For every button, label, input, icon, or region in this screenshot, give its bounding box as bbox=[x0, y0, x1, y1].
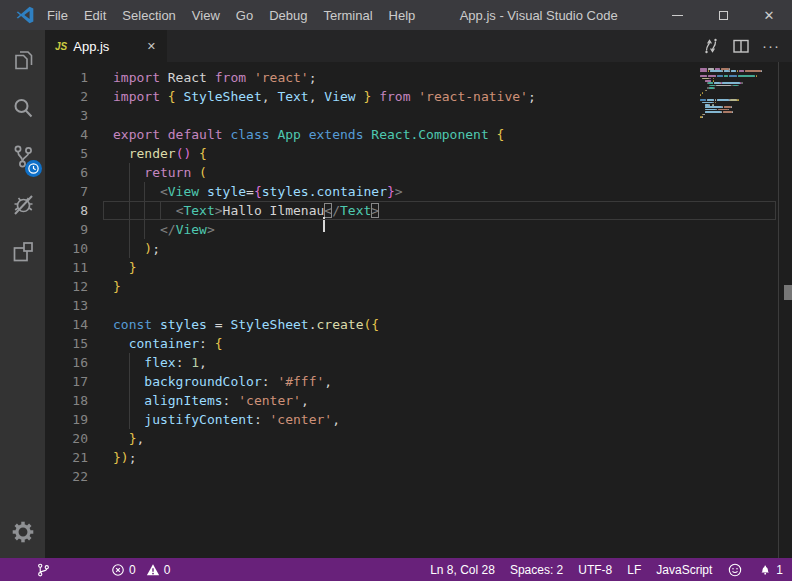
menu-item-view[interactable]: View bbox=[184, 0, 228, 30]
status-bar: 0 0 Ln 8, Col 28 Spaces: 2 UTF-8 LF Java… bbox=[0, 558, 792, 581]
eol-sequence[interactable]: LF bbox=[627, 563, 641, 577]
maximize-icon bbox=[719, 11, 728, 20]
indent-guide bbox=[129, 353, 130, 372]
menu-item-edit[interactable]: Edit bbox=[76, 0, 114, 30]
line-number: 7 bbox=[45, 182, 88, 201]
code-line[interactable]: 7 <View style={styles.container}> bbox=[45, 182, 792, 201]
code-line[interactable]: 2import { StyleSheet, Text, View } from … bbox=[45, 87, 792, 106]
code-line[interactable]: 4export default class App extends React.… bbox=[45, 125, 792, 144]
code-area[interactable]: 1import React from 'react';2import { Sty… bbox=[45, 62, 792, 558]
code-line[interactable]: 18 alignItems: 'center', bbox=[45, 391, 792, 410]
git-branch-item[interactable] bbox=[36, 562, 51, 578]
indentation[interactable]: Spaces: 2 bbox=[510, 563, 563, 577]
indent-guide bbox=[129, 372, 130, 391]
menu-item-terminal[interactable]: Terminal bbox=[315, 0, 380, 30]
indent-guide bbox=[160, 201, 161, 220]
indent-guide bbox=[144, 201, 145, 220]
activity-bar bbox=[0, 30, 45, 558]
line-number: 15 bbox=[45, 334, 88, 353]
code-line[interactable]: 9 </View> bbox=[45, 220, 792, 239]
cursor-position[interactable]: Ln 8, Col 28 bbox=[430, 563, 495, 577]
code-line[interactable]: 5 render() { bbox=[45, 144, 792, 163]
code-line[interactable]: 15 container: { bbox=[45, 334, 792, 353]
settings-gear-icon[interactable] bbox=[0, 506, 45, 558]
editor-column: JS App.js ✕ bbox=[45, 30, 792, 558]
code-line[interactable]: 11 } bbox=[45, 258, 792, 277]
code-line[interactable]: 22 bbox=[45, 467, 792, 486]
menu-item-selection[interactable]: Selection bbox=[114, 0, 183, 30]
vscode-logo-icon[interactable] bbox=[13, 4, 37, 26]
overview-ruler-marker bbox=[784, 285, 792, 300]
minimap[interactable] bbox=[700, 68, 778, 138]
line-number: 18 bbox=[45, 391, 88, 410]
window-controls: ✕ bbox=[654, 0, 792, 30]
bell-icon bbox=[758, 562, 772, 577]
editor-actions: ··· bbox=[700, 30, 792, 62]
source-control-icon[interactable] bbox=[0, 132, 45, 180]
code-line[interactable]: 21}); bbox=[45, 448, 792, 467]
close-button[interactable]: ✕ bbox=[746, 0, 792, 30]
code-line[interactable]: 14const styles = StyleSheet.create({ bbox=[45, 315, 792, 334]
tab-bar: JS App.js ✕ bbox=[45, 30, 792, 62]
code-line[interactable]: 1import React from 'react'; bbox=[45, 68, 792, 87]
code-line[interactable]: 3 bbox=[45, 106, 792, 125]
maximize-button[interactable] bbox=[700, 0, 746, 30]
indent-guide bbox=[129, 391, 130, 410]
indent-guide bbox=[129, 201, 130, 220]
menu-item-help[interactable]: Help bbox=[381, 0, 424, 30]
code-line[interactable]: 17 backgroundColor: '#fff', bbox=[45, 372, 792, 391]
more-actions-icon[interactable]: ··· bbox=[760, 35, 782, 57]
line-number: 14 bbox=[45, 315, 88, 334]
line-number: 11 bbox=[45, 258, 88, 277]
notifications-item[interactable]: 1 bbox=[758, 562, 783, 577]
line-number: 13 bbox=[45, 296, 88, 315]
indent-guide bbox=[129, 239, 130, 258]
extensions-icon[interactable] bbox=[0, 228, 45, 276]
line-number: 1 bbox=[45, 68, 88, 87]
code-line[interactable]: 19 justifyContent: 'center', bbox=[45, 410, 792, 429]
line-number: 6 bbox=[45, 163, 88, 182]
code-line[interactable]: 13 bbox=[45, 296, 792, 315]
split-editor-icon[interactable] bbox=[730, 35, 752, 57]
minimize-icon bbox=[672, 15, 683, 16]
code-line[interactable]: 16 flex: 1, bbox=[45, 353, 792, 372]
warnings-icon bbox=[146, 563, 160, 577]
code-line[interactable]: 20 }, bbox=[45, 429, 792, 448]
line-number: 17 bbox=[45, 372, 88, 391]
code-line[interactable]: 12} bbox=[45, 277, 792, 296]
language-mode[interactable]: JavaScript bbox=[656, 563, 712, 577]
window-title: App.js - Visual Studio Code bbox=[423, 8, 654, 23]
line-number: 8 bbox=[45, 201, 88, 220]
notifications-count: 1 bbox=[776, 563, 783, 577]
indent-guide bbox=[144, 220, 145, 239]
minimize-button[interactable] bbox=[654, 0, 700, 30]
menu-item-go[interactable]: Go bbox=[228, 0, 261, 30]
line-number: 21 bbox=[45, 448, 88, 467]
code-line[interactable]: 10 ); bbox=[45, 239, 792, 258]
search-icon[interactable] bbox=[0, 84, 45, 132]
tab-label: App.js bbox=[73, 39, 144, 54]
encoding[interactable]: UTF-8 bbox=[578, 563, 612, 577]
line-number: 20 bbox=[45, 429, 88, 448]
line-number: 5 bbox=[45, 144, 88, 163]
problems-item[interactable]: 0 0 bbox=[111, 563, 176, 577]
menu-item-file[interactable]: File bbox=[39, 0, 76, 30]
open-changes-icon[interactable] bbox=[700, 35, 722, 57]
code-line[interactable]: 8 <Text>Hallo Ilmenau</Text> bbox=[45, 201, 792, 220]
explorer-icon[interactable] bbox=[0, 36, 45, 84]
code-line[interactable]: 6 return ( bbox=[45, 163, 792, 182]
tab-appjs[interactable]: JS App.js ✕ bbox=[45, 30, 167, 62]
feedback-smiley-icon[interactable] bbox=[727, 562, 743, 578]
line-number: 22 bbox=[45, 467, 88, 486]
line-number: 19 bbox=[45, 410, 88, 429]
indent-guide bbox=[144, 182, 145, 201]
tab-close-icon[interactable]: ✕ bbox=[144, 38, 159, 55]
editor-group: 1import React from 'react';2import { Sty… bbox=[45, 62, 792, 558]
main-area: JS App.js ✕ bbox=[0, 30, 792, 558]
menu-item-debug[interactable]: Debug bbox=[261, 0, 315, 30]
line-number: 10 bbox=[45, 239, 88, 258]
indent-guide bbox=[129, 182, 130, 201]
line-number: 2 bbox=[45, 87, 88, 106]
debug-icon[interactable] bbox=[0, 180, 45, 228]
line-number: 4 bbox=[45, 125, 88, 144]
